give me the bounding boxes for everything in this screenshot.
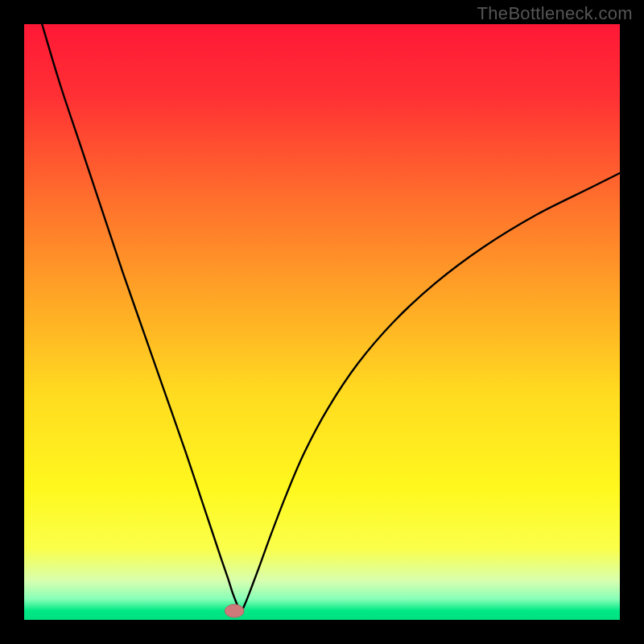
chart-frame: TheBottleneck.com [0,0,644,644]
bottleneck-chart [24,24,620,620]
plot-area [24,24,620,620]
watermark-text: TheBottleneck.com [477,3,633,24]
minimum-marker [225,605,244,617]
gradient-background [24,24,620,620]
